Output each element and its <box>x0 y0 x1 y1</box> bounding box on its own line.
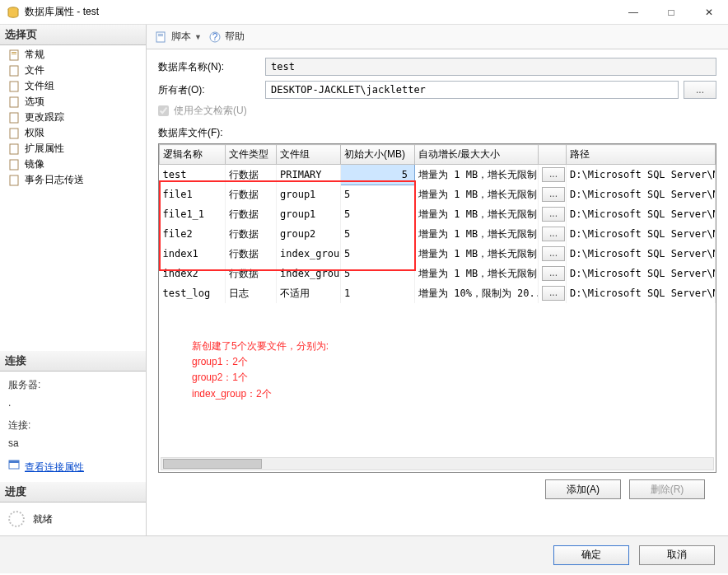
row-ellipsis-button[interactable]: ... <box>542 207 565 222</box>
table-row[interactable]: test行数据PRIMARY5增量为 1 MB，增长无限制...D:\Micro… <box>160 165 716 185</box>
toolbar: 脚本 ▼ ? 帮助 <box>147 25 728 49</box>
connection-label: 连接: <box>8 417 138 435</box>
svg-rect-14 <box>156 32 165 42</box>
dialog-footer: 确定 取消 <box>0 535 728 573</box>
help-icon: ? <box>208 30 222 44</box>
page-icon <box>8 96 21 108</box>
progress-body: 就绪 <box>0 503 146 535</box>
connection-body: 服务器: . 连接: sa 查看连接属性 <box>0 372 146 482</box>
owner-input[interactable] <box>265 81 679 99</box>
page-icon <box>8 81 21 92</box>
chevron-down-icon: ▼ <box>194 33 202 41</box>
row-ellipsis-cell[interactable]: ... <box>539 165 567 185</box>
nav-item-files[interactable]: 文件 <box>0 63 146 78</box>
svg-rect-9 <box>10 144 18 154</box>
svg-rect-5 <box>10 82 18 91</box>
cancel-button[interactable]: 取消 <box>639 545 715 565</box>
owner-label: 所有者(O): <box>158 83 265 97</box>
row-ellipsis-button[interactable]: ... <box>542 246 565 261</box>
row-ellipsis-cell[interactable]: ... <box>539 224 567 244</box>
ok-button[interactable]: 确定 <box>553 545 629 565</box>
nav-item-logshipping[interactable]: 事务日志传送 <box>0 172 146 188</box>
nav-item-mirroring[interactable]: 镜像 <box>0 157 146 172</box>
svg-rect-1 <box>10 50 18 60</box>
add-button[interactable]: 添加(A) <box>545 479 621 499</box>
delete-button[interactable]: 删除(R) <box>629 479 705 499</box>
table-header-row: 逻辑名称 文件类型 文件组 初始大小(MB) 自动增长/最大大小 路径 <box>160 145 716 165</box>
dbname-input[interactable] <box>265 58 716 76</box>
col-logical-name[interactable]: 逻辑名称 <box>160 145 226 165</box>
close-button[interactable]: ✕ <box>690 0 728 25</box>
row-ellipsis-cell[interactable]: ... <box>539 283 567 303</box>
svg-rect-4 <box>10 66 18 76</box>
nav-item-extprops[interactable]: 扩展属性 <box>0 141 146 157</box>
svg-rect-13 <box>9 460 19 463</box>
svg-rect-7 <box>10 113 18 123</box>
annotation-text: 新创建了5个次要文件，分别为: group1：2个 group2：1个 inde… <box>192 339 329 402</box>
page-icon <box>8 112 21 124</box>
script-button[interactable]: 脚本 ▼ <box>155 30 202 44</box>
nav-item-permissions[interactable]: 权限 <box>0 125 146 141</box>
main-panel: 脚本 ▼ ? 帮助 数据库名称(N): 所有者(O): ... 使用全文检索(U… <box>147 25 728 535</box>
owner-browse-button[interactable]: ... <box>684 81 716 99</box>
table-row[interactable]: file1行数据group15增量为 1 MB，增长无限制...D:\Micro… <box>160 185 716 204</box>
col-file-type[interactable]: 文件类型 <box>226 145 277 165</box>
fulltext-label: 使用全文检索(U) <box>174 104 247 118</box>
row-ellipsis-cell[interactable]: ... <box>539 264 567 283</box>
svg-rect-8 <box>10 129 18 138</box>
nav-item-changetracking[interactable]: 更改跟踪 <box>0 110 146 125</box>
server-value: . <box>8 395 138 413</box>
svg-rect-2 <box>12 52 16 53</box>
svg-rect-11 <box>10 175 18 185</box>
col-ellipsis[interactable] <box>539 145 567 165</box>
help-button[interactable]: ? 帮助 <box>208 30 245 44</box>
table-row[interactable]: index1行数据index_group5增量为 1 MB，增长无限制...D:… <box>160 244 716 264</box>
svg-rect-10 <box>10 160 18 170</box>
nav-item-filegroups[interactable]: 文件组 <box>0 78 146 94</box>
progress-header: 进度 <box>0 482 146 503</box>
connection-props-icon <box>8 459 21 477</box>
progress-value: 就绪 <box>33 512 53 526</box>
row-ellipsis-cell[interactable]: ... <box>539 244 567 264</box>
col-autogrowth[interactable]: 自动增长/最大大小 <box>415 145 539 165</box>
table-row[interactable]: test_log日志不适用1增量为 10%，限制为 20......D:\Mic… <box>160 283 716 303</box>
row-ellipsis-cell[interactable]: ... <box>539 185 567 204</box>
fulltext-checkbox <box>158 105 169 116</box>
svg-rect-6 <box>10 97 18 107</box>
svg-rect-15 <box>158 34 163 35</box>
view-connection-props-link[interactable]: 查看连接属性 <box>25 459 84 477</box>
select-page-header: 选择页 <box>0 25 146 45</box>
window-title: 数据库属性 - test <box>25 5 614 19</box>
table-row[interactable]: index2行数据index_group5增量为 1 MB，增长无限制...D:… <box>160 264 716 283</box>
nav-item-options[interactable]: 选项 <box>0 94 146 110</box>
horizontal-scrollbar[interactable] <box>161 457 714 470</box>
maximize-button[interactable]: □ <box>652 0 690 25</box>
row-ellipsis-button[interactable]: ... <box>542 167 565 182</box>
titlebar: 数据库属性 - test — □ ✕ <box>0 0 728 25</box>
page-icon <box>8 49 21 61</box>
table-row[interactable]: file1_1行数据group15增量为 1 MB，增长无限制...D:\Mic… <box>160 204 716 224</box>
files-table-wrap: 逻辑名称 文件类型 文件组 初始大小(MB) 自动增长/最大大小 路径 test… <box>158 143 716 473</box>
table-row[interactable]: file2行数据group25增量为 1 MB，增长无限制...D:\Micro… <box>160 224 716 244</box>
col-initial-size[interactable]: 初始大小(MB) <box>341 145 415 165</box>
page-icon <box>8 159 21 171</box>
page-icon <box>8 128 21 139</box>
row-ellipsis-button[interactable]: ... <box>542 286 565 301</box>
page-icon <box>8 175 21 186</box>
row-ellipsis-button[interactable]: ... <box>542 187 565 202</box>
col-filegroup[interactable]: 文件组 <box>277 145 341 165</box>
row-ellipsis-button[interactable]: ... <box>542 266 565 281</box>
nav-item-general[interactable]: 常规 <box>0 47 146 63</box>
row-ellipsis-button[interactable]: ... <box>542 227 565 241</box>
dbname-label: 数据库名称(N): <box>158 60 265 74</box>
page-icon <box>8 65 21 77</box>
row-ellipsis-cell[interactable]: ... <box>539 204 567 224</box>
sidebar: 选择页 常规 文件 文件组 选项 更改跟踪 权限 扩展属性 镜像 事务日志传送 … <box>0 25 147 535</box>
progress-spinner-icon <box>8 511 25 527</box>
connection-header: 连接 <box>0 351 146 372</box>
database-icon <box>7 6 20 19</box>
minimize-button[interactable]: — <box>614 0 652 25</box>
col-path[interactable]: 路径 <box>567 145 716 165</box>
files-table[interactable]: 逻辑名称 文件类型 文件组 初始大小(MB) 自动增长/最大大小 路径 test… <box>159 144 716 303</box>
scrollbar-thumb[interactable] <box>163 459 262 469</box>
